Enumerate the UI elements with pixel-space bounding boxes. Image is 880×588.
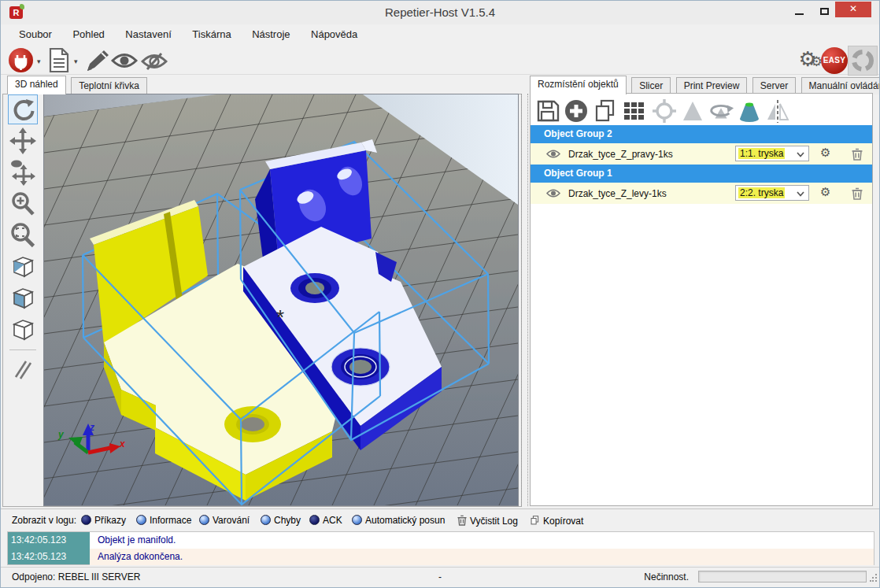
edit-button[interactable] [84, 49, 109, 72]
top-view-button[interactable] [8, 315, 38, 345]
menu-napoveda[interactable]: Nápověda [302, 24, 366, 44]
tab-server[interactable]: Server [752, 77, 796, 94]
minimize-button[interactable] [788, 4, 810, 18]
copy-icon [593, 98, 618, 124]
toggle-circle-icon [352, 515, 362, 525]
delete-object-trash-icon[interactable] [852, 148, 863, 161]
settings-gears-icon[interactable]: ⚙⚙ [798, 47, 816, 72]
zoom-fit-icon [9, 222, 36, 249]
copy-object-button[interactable] [591, 98, 619, 124]
axis-label-x: x [119, 438, 126, 449]
move-icon [9, 128, 36, 154]
center-object-button[interactable] [650, 98, 678, 124]
parallel-projection-button[interactable] [8, 355, 38, 385]
toggle-ack[interactable]: ACK [309, 515, 342, 526]
zoom-fit-button[interactable] [8, 220, 38, 250]
menu-pohled[interactable]: Pohled [64, 24, 113, 44]
log-message: Objekt je manifold. [98, 532, 176, 549]
chevron-down-icon [797, 152, 804, 157]
progress-bar [698, 571, 867, 582]
zoom-in-icon [9, 190, 36, 217]
3d-viewport[interactable]: y z x * [43, 94, 519, 506]
menu-soubor[interactable]: Soubor [10, 24, 61, 44]
object-row[interactable]: Drzak_tyce_Z_pravy-1ks 1:1. tryska ⚙ [531, 143, 872, 165]
maximize-button[interactable] [813, 4, 835, 18]
tab-slicer[interactable]: Slicer [631, 77, 671, 94]
cube-iso-icon [10, 254, 35, 279]
window-title: Repetier-Host V1.5.4 [1, 6, 879, 19]
tool-divider [9, 349, 36, 350]
object-group-header[interactable]: Object Group 1 [531, 165, 872, 183]
rotate-icon [10, 97, 35, 122]
visibility-eye-icon[interactable] [546, 149, 560, 159]
front-view-button[interactable] [8, 283, 38, 313]
zoom-in-button[interactable] [8, 189, 38, 219]
clear-log-button[interactable]: Vyčistit Log [457, 515, 518, 527]
add-object-button[interactable] [562, 98, 590, 124]
easy-mode-button[interactable]: EASY [821, 47, 848, 74]
object-settings-gear-icon[interactable]: ⚙ [820, 185, 830, 199]
drop-object-button[interactable] [678, 98, 707, 124]
extruder-value: 2:2. tryska [738, 187, 785, 198]
log-output[interactable]: 13:42:05.123 Objekt je manifold. 13:42:0… [7, 531, 874, 565]
toggle-varovani[interactable]: Varování [199, 515, 250, 526]
emergency-stop-button[interactable] [848, 46, 878, 76]
extruder-select[interactable]: 1:1. tryska [735, 146, 809, 161]
grid-icon [623, 99, 646, 123]
log-message: Analýza dokončena. [98, 549, 183, 565]
main-toolbar: ▾ ▾ [1, 46, 879, 75]
menu-tiskarna[interactable]: Tiskárna [183, 24, 239, 44]
toggle-chyby[interactable]: Chyby [261, 515, 301, 526]
connect-dropdown-arrow[interactable]: ▾ [37, 57, 41, 65]
move-viewpoint-button[interactable] [8, 157, 38, 187]
load-dropdown-arrow[interactable]: ▾ [74, 57, 78, 65]
isometric-view-button[interactable] [8, 252, 38, 282]
object-row[interactable]: Drzak_tyce_Z_levy-1ks 2:2. tryska ⚙ [531, 183, 872, 204]
show-filament-button[interactable] [111, 52, 138, 69]
app-window: R Repetier-Host V1.5.4 ✕ Soubor Pohled N… [0, 0, 880, 588]
autoposition-button[interactable] [620, 98, 649, 124]
chevron-down-icon [797, 191, 804, 197]
close-button[interactable]: ✕ [835, 2, 871, 17]
drop-triangle-icon [681, 99, 704, 123]
toggle-automaticky-posun[interactable]: Automatický posun [352, 515, 445, 526]
object-settings-gear-icon[interactable]: ⚙ [820, 146, 830, 160]
copy-icon [530, 515, 540, 526]
object-group-header[interactable]: Object Group 2 [531, 125, 872, 143]
tab-teplotni-krivka[interactable]: Teplotní křivka [71, 77, 147, 94]
visibility-eye-icon[interactable] [546, 188, 560, 198]
hide-travel-button[interactable] [141, 52, 168, 71]
save-button[interactable] [534, 98, 562, 124]
extruder-select[interactable]: 2:2. tryska [735, 185, 809, 201]
object-name[interactable]: Drzak_tyce_Z_pravy-1ks [568, 149, 673, 160]
printer-state: Nečinnost. [644, 571, 689, 582]
tab-print-preview[interactable]: Print Preview [676, 77, 748, 94]
rotate-object-button[interactable] [707, 98, 735, 124]
rotate-view-button[interactable] [8, 94, 38, 124]
menu-nastroje[interactable]: Nástroje [243, 24, 298, 44]
log-filter-bar: Zobrazit v logu: Příkazy Informace Varov… [1, 508, 879, 531]
load-button[interactable] [48, 47, 70, 73]
plus-circle-icon [564, 98, 589, 124]
object-panel-toolbar [531, 94, 872, 126]
cube-top-icon [10, 317, 35, 342]
trash-icon [457, 515, 467, 526]
tab-3d-nahled[interactable]: 3D náhled [7, 76, 66, 94]
panel-splitter[interactable] [521, 94, 528, 506]
menu-nastaveni[interactable]: Nastavení [116, 24, 180, 44]
tab-manualni-ovladani[interactable]: Manuální ovládání [801, 77, 880, 94]
mirror-object-button[interactable] [764, 98, 792, 124]
copy-log-button[interactable]: Kopírovat [530, 515, 583, 527]
cut-object-button[interactable] [735, 98, 764, 124]
tab-rozmisteni-objektu[interactable]: Rozmístění objektů [530, 76, 627, 94]
toggle-informace[interactable]: Informace [136, 515, 191, 526]
object-name[interactable]: Drzak_tyce_Z_levy-1ks [568, 188, 667, 199]
resize-grip[interactable] [870, 574, 878, 582]
delete-object-trash-icon[interactable] [852, 187, 863, 200]
connect-button[interactable] [9, 48, 33, 72]
move-view-button[interactable] [8, 126, 38, 156]
eye-icon [111, 52, 138, 69]
status-bar: Odpojeno: REBEL III SERVER - Nečinnost. [1, 567, 879, 585]
toggle-prikazy[interactable]: Příkazy [81, 515, 126, 526]
eye-slash-icon [141, 52, 168, 71]
